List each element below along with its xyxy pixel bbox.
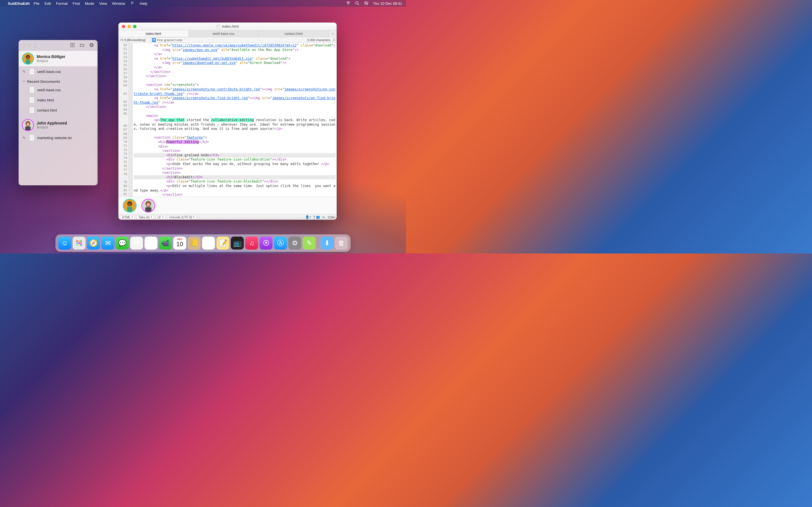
encoding-select[interactable]: Unicode (UTF-8)▾ [167,215,197,219]
menu-view[interactable]: View [99,1,107,6]
dock-notes[interactable]: 📝 [216,237,230,249]
user-row-john[interactable]: John Appleseed Bonjour [18,117,98,133]
dock-preferences[interactable]: ⚙︎ [289,237,301,249]
dock-downloads[interactable]: ⬇︎ [320,237,334,249]
doc-icon [216,24,220,29]
tab-add-button[interactable]: + [329,31,337,37]
collab-titlebar [18,40,98,51]
dock-music[interactable]: ♫ [245,237,258,249]
dock-contacts[interactable]: 📒 [188,237,201,249]
code-text[interactable]: <a href="https://itunes.apple.com/us/app… [133,43,337,196]
participant-avatar[interactable] [123,200,136,212]
svg-point-6 [366,3,367,4]
menu-file[interactable]: File [34,1,40,6]
tabs-select[interactable]: Tabs (4)▾ [137,215,154,219]
dock-messages[interactable]: 💬 [116,237,129,249]
file-icon [29,135,35,141]
editor-window: index.html index.html see5-base.css cont… [118,22,337,220]
dock-launchpad[interactable] [73,237,86,249]
menu-window[interactable]: Window [112,1,125,6]
folder-icon[interactable] [80,43,85,48]
user-row-monica[interactable]: Monica Böttger Bonjour [18,51,98,66]
pencil-icon: ✎ [22,69,27,74]
svg-rect-16 [26,60,30,64]
control-center-icon[interactable] [364,1,368,6]
svg-point-34 [80,242,82,244]
recent-file-row[interactable]: contact.html [18,105,98,115]
menu-help[interactable]: Help [140,1,147,6]
menu-format[interactable]: Format [56,1,68,6]
invite-button[interactable]: 👤+ [305,215,311,219]
file-icon [29,68,35,75]
svg-point-27 [147,203,150,207]
dock: ☺ 🧭 ✉︎ 💬 🗺 🏵 📹 DEC10 📒 ☑︎ 📝 📺 ♫ ⦿ Ⓐ ⚙︎ ✎… [56,234,351,252]
svg-rect-20 [26,127,31,130]
code-editor[interactable]: 50 51 52 53 54 55 56 57 58 59 60 61 62 6… [118,43,337,196]
dock-facetime[interactable]: 📹 [159,237,172,249]
file-label: see5-base.css [37,88,61,92]
dock-finder[interactable]: ☺ [58,237,71,249]
avatar [22,53,33,64]
svg-point-15 [27,56,29,59]
dock-separator [318,237,318,249]
clock[interactable]: Thu 10 Dec 09:41 [373,1,402,6]
chevron-down-icon: ﹀ [22,80,26,83]
svg-rect-24 [127,207,132,212]
wifi-icon[interactable] [346,1,350,6]
menu-mode[interactable]: Mode [85,1,94,6]
globe-icon[interactable] [89,43,94,48]
announce-icon[interactable]: ⋋ [322,215,325,219]
pencil-icon: ✎ [22,136,27,140]
lang-select[interactable]: HTML▾ [120,215,135,219]
dock-safari[interactable]: 🧭 [87,237,100,249]
menu-find[interactable]: Find [73,1,80,6]
dock-trash[interactable]: 🗑 [335,237,348,249]
dock-photos[interactable]: 🏵 [145,237,158,249]
dock-podcasts[interactable]: ⦿ [260,237,273,249]
tab-contact[interactable]: contact.html [259,31,329,37]
recent-file-row[interactable]: index.html [18,95,98,105]
participant-avatar[interactable] [142,200,154,212]
tab-index[interactable]: index.html [118,31,189,37]
symbol-popup[interactable]: HFine grained Undo ︿﹀ [151,38,187,42]
shared-file-row[interactable]: ✎ marketing website.txt [18,133,98,143]
svg-line-2 [358,4,359,5]
svg-point-5 [365,2,365,2]
svg-point-30 [79,240,80,242]
dock-reminders[interactable]: ☑︎ [202,237,215,249]
app-name[interactable]: SubEthaEdit [8,1,30,6]
avatar [22,120,33,130]
spotlight-icon[interactable] [355,1,359,6]
file-icon [29,107,35,113]
file-icon [29,87,35,93]
status-bar-top: 71:9 [Blockediting] HFine grained Undo ︿… [118,37,337,43]
dock-subethaedit[interactable]: ✎ [303,237,316,249]
see-icon[interactable] [130,1,135,6]
svg-point-19 [27,122,29,126]
svg-point-1 [356,1,358,4]
dock-maps[interactable]: 🗺 [130,237,143,249]
menu-edit[interactable]: Edit [45,1,51,6]
lineending-select[interactable]: LF▾ [156,215,165,219]
svg-point-0 [348,4,349,5]
dock-tv[interactable]: 📺 [231,237,244,249]
recent-docs-header[interactable]: ﹀ Recent Documents [18,76,98,85]
svg-rect-28 [145,207,151,212]
user-sub: Bonjour [37,59,65,63]
svg-point-29 [77,240,78,242]
new-doc-icon[interactable] [70,43,75,48]
dock-calendar[interactable]: DEC10 [173,237,186,249]
line-gutter: 50 51 52 53 54 55 56 57 58 59 60 61 62 6… [118,43,129,196]
tab-css[interactable]: see5-base.css [189,31,259,37]
file-label: index.html [37,98,54,102]
char-count: 9.358 characters [307,38,331,42]
shared-file-row[interactable]: ✎ see5-base.css [18,66,98,76]
collaboration-panel: Monica Böttger Bonjour ✎ see5-base.css ﹀… [18,40,98,185]
dock-appstore[interactable]: Ⓐ [274,237,287,249]
recent-file-row[interactable]: see5-base.css [18,85,98,95]
traffic-lights[interactable] [22,44,37,47]
split-toggle-icon[interactable]: ☰ [333,38,335,42]
editor-titlebar[interactable]: index.html [118,22,337,31]
dock-mail[interactable]: ✉︎ [101,237,114,249]
fold-gutter[interactable] [129,43,133,196]
